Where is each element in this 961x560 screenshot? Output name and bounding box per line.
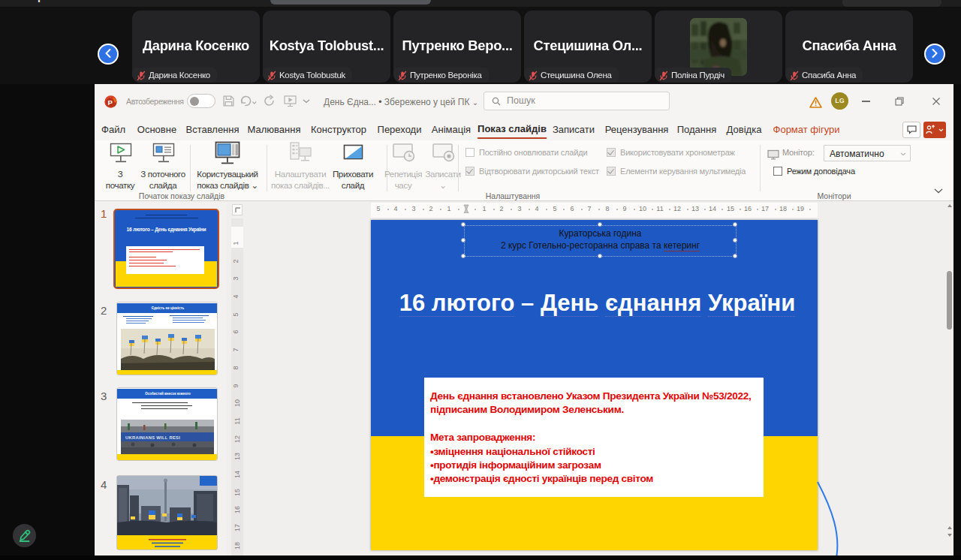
svg-text:UKRAINIANS WILL RESI: UKRAINIANS WILL RESI [125,435,180,440]
svg-text:P: P [108,98,113,107]
